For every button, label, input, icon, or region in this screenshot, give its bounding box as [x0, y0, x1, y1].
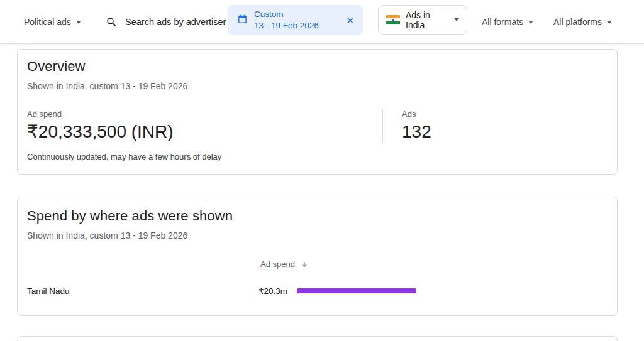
all-formats-dropdown[interactable]: All formats — [482, 0, 533, 44]
all-platforms-dropdown[interactable]: All platforms — [553, 0, 612, 44]
all-platforms-label: All platforms — [553, 17, 602, 27]
date-range-chip[interactable]: Custom 13 - 19 Feb 2026 ✕ — [228, 5, 363, 35]
ad-spend-column-header[interactable]: Ad spend — [27, 259, 607, 269]
ad-spend-label: Ad spend — [27, 109, 382, 119]
ads-count-label: Ads — [402, 109, 431, 119]
chevron-down-icon — [454, 18, 459, 21]
ad-spend-value: ₹20,333,500 (INR) — [27, 121, 382, 143]
overview-card: Overview Shown in India, custom 13 - 19 … — [17, 49, 618, 175]
region-spend-value: ₹20.3m — [258, 286, 290, 296]
overview-stats: Ad spend ₹20,333,500 (INR) Ads 132 — [27, 109, 607, 143]
political-ads-label: Political ads — [24, 17, 71, 27]
india-flag-icon — [386, 15, 400, 24]
sort-descending-icon — [301, 261, 308, 268]
region-name: Tamil Nadu — [27, 286, 258, 296]
ads-count-stat: Ads 132 — [382, 109, 431, 143]
search-label: Search ads by advertiser — [125, 17, 226, 27]
search-ads-button[interactable]: Search ads by advertiser — [106, 0, 226, 44]
all-formats-label: All formats — [482, 17, 523, 27]
spend-by-location-card: Spend by where ads were shown Shown in I… — [17, 197, 618, 316]
spend-by-location-subtitle: Shown in India, custom 13 - 19 Feb 2026 — [27, 230, 607, 242]
date-range-text: Custom 13 - 19 Feb 2026 — [254, 9, 337, 31]
ads-count-value: 132 — [402, 121, 431, 143]
region-selector-button[interactable]: Ads in India — [378, 5, 467, 35]
calendar-icon — [237, 14, 248, 27]
chevron-down-icon — [607, 21, 612, 24]
close-icon[interactable]: ✕ — [346, 16, 354, 25]
date-range-type: Custom — [254, 9, 284, 20]
spend-table: Ad spend Tamil Nadu ₹20.3m — [27, 259, 607, 296]
update-delay-note: Continuously updated, may have a few hou… — [27, 151, 607, 162]
overview-subtitle: Shown in India, custom 13 - 19 Feb 2026 — [27, 80, 607, 92]
search-icon — [106, 16, 118, 28]
chevron-down-icon — [76, 21, 81, 24]
top-filter-bar: Political ads Search ads by advertiser C… — [0, 0, 644, 44]
political-ads-dropdown[interactable]: Political ads — [24, 0, 81, 44]
spend-bar — [297, 288, 416, 293]
ad-spend-stat: Ad spend ₹20,333,500 (INR) — [27, 109, 382, 143]
date-range-value: 13 - 19 Feb 2026 — [254, 20, 319, 31]
region-selector-label: Ads in India — [406, 10, 448, 30]
table-row: Tamil Nadu ₹20.3m — [27, 286, 607, 296]
chevron-down-icon — [528, 21, 533, 24]
next-card-partial — [17, 336, 618, 341]
spend-by-location-title: Spend by where ads were shown — [27, 208, 607, 224]
ad-spend-column-label: Ad spend — [260, 259, 295, 269]
overview-title: Overview — [27, 58, 607, 75]
